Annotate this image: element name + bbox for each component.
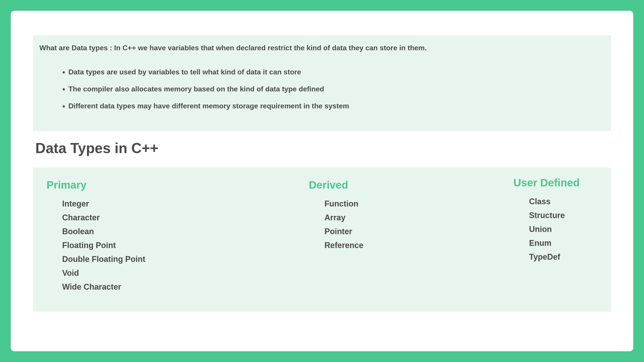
list-item: Double Floating Point [62,255,145,264]
intro-box: What are Data types : In C++ we have var… [33,35,611,131]
list-derived: Function Array Pointer Reference [324,199,363,255]
list-item: Enum [529,238,580,248]
section-title: Data Types in C++ [35,140,611,156]
list-item: Character [62,213,145,222]
intro-bullet-item: The compiler also allocates memory based… [68,84,605,94]
intro-bullet-item: Different data types may have different … [68,100,605,111]
heading-derived: Derived [309,179,363,191]
list-item: Integer [62,199,145,209]
list-item: Pointer [324,227,363,236]
list-item: Reference [324,241,363,250]
heading-userdefined: User Defined [514,177,580,189]
intro-bullet-item: Data types are used by variables to tell… [68,67,605,77]
intro-bullet-list: Data types are used by variables to tell… [68,67,605,111]
list-item: Void [62,268,145,278]
heading-primary: Primary [46,179,145,191]
list-item: Floating Point [62,241,145,250]
content-card: What are Data types : In C++ we have var… [11,11,633,351]
list-item: Function [324,199,363,209]
list-item: TypeDef [529,252,580,262]
list-item: Union [529,225,580,234]
list-primary: Integer Character Boolean Floating Point… [62,199,145,296]
column-derived: Derived Function Array Pointer Reference [309,179,363,296]
column-primary: Primary Integer Character Boolean Floati… [46,179,145,296]
list-item: Boolean [62,227,145,236]
column-userdefined: User Defined Class Structure Union Enum … [514,179,580,296]
list-userdefined: Class Structure Union Enum TypeDef [529,197,580,266]
list-item: Wide Character [62,282,145,292]
intro-body: : In C++ we have variables that when dec… [108,44,427,52]
list-item: Class [529,197,580,206]
list-item: Array [324,213,363,222]
types-box: Primary Integer Character Boolean Floati… [33,168,611,312]
list-item: Structure [529,211,580,220]
intro-paragraph: What are Data types : In C++ we have var… [39,42,605,53]
intro-label: What are Data types [39,44,108,52]
